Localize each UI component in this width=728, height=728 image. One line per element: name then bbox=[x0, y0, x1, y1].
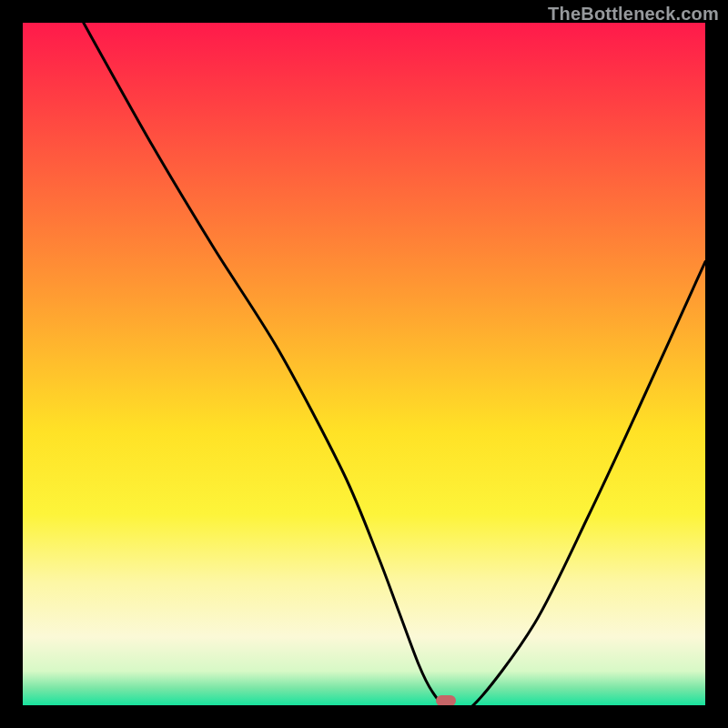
watermark-text: TheBottleneck.com bbox=[548, 4, 719, 25]
plot-area bbox=[23, 23, 705, 705]
valley-marker bbox=[436, 695, 456, 705]
series-curve bbox=[23, 23, 705, 705]
chart-frame: TheBottleneck.com bbox=[0, 0, 728, 728]
